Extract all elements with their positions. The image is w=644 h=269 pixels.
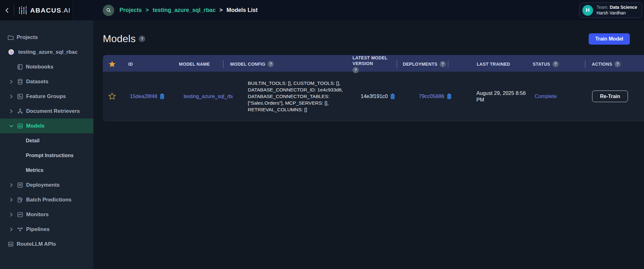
header-latest-model-version[interactable]: LATEST MODEL VERSION ? — [353, 55, 397, 73]
sidebar-item-notebooks[interactable]: Notebooks — [0, 59, 93, 74]
sidebar-item-project-name[interactable]: testing_azure_sql_rbac — [0, 45, 93, 59]
chevron-right-icon — [8, 182, 14, 188]
routellm-icon — [7, 241, 14, 248]
chevron-right-icon — [8, 212, 14, 217]
model-version-text: 14e3f191c0 — [361, 93, 388, 99]
sidebar-item-batch-predictions[interactable]: Batch Predictions — [0, 192, 93, 207]
batch-predictions-icon — [17, 196, 24, 203]
deployments-icon — [17, 182, 24, 189]
sidebar-item-label: Models — [26, 123, 45, 129]
sidebar-item-label: Prompt Instructions — [26, 153, 74, 158]
app-root: ABACUS.AI Projects > testing_azure_sql_r… — [0, 0, 644, 269]
table-header-row: ID MODEL NAME MODEL CONFIG ? LATEST MODE… — [103, 55, 644, 72]
sidebar-subitem-prompt-instructions[interactable]: Prompt Instructions — [0, 148, 93, 163]
breadcrumb-separator: > — [219, 7, 223, 14]
sidebar: Projects testing_azure_sql_rbac Notebook… — [0, 20, 93, 269]
breadcrumb-projects[interactable]: Projects — [119, 7, 142, 14]
back-chevron-icon — [4, 7, 11, 14]
sidebar-item-deployments[interactable]: Deployments — [0, 178, 93, 192]
status-text: Complete — [535, 93, 557, 99]
breadcrumb-separator: > — [146, 7, 149, 14]
breadcrumb: Projects > testing_azure_sql_rbac > Mode… — [119, 7, 258, 14]
breadcrumb-project-name[interactable]: testing_azure_sql_rbac — [153, 7, 216, 14]
user-name: Harsh Vardhan — [597, 11, 637, 15]
sidebar-item-label: Pipelines — [26, 226, 50, 233]
database-icon — [17, 78, 24, 85]
user-menu[interactable]: H Team: Data Science Harsh Vardhan — [579, 3, 642, 18]
sidebar-item-label: Document Retrievers — [26, 108, 80, 114]
header-model-config[interactable]: MODEL CONFIG ? — [223, 55, 353, 73]
sidebar-item-datasets[interactable]: Datasets — [0, 74, 93, 89]
copy-icon[interactable] — [160, 93, 164, 99]
header-status[interactable]: STATUS ? — [533, 55, 585, 73]
sidebar-item-pipelines[interactable]: Pipelines — [0, 222, 93, 237]
help-icon[interactable]: ? — [552, 61, 559, 67]
sidebar-item-label: Feature Groups — [26, 93, 66, 100]
search-button[interactable] — [103, 5, 114, 16]
search-icon — [106, 7, 112, 13]
header-star-cell[interactable] — [103, 55, 128, 73]
sidebar-item-label: RouteLLM APIs — [17, 241, 56, 247]
star-outline-icon — [108, 92, 116, 101]
chevron-right-icon — [8, 79, 14, 85]
help-icon[interactable]: ? — [139, 36, 145, 42]
chevron-right-icon — [8, 108, 14, 114]
header-id[interactable]: ID — [128, 55, 179, 73]
feature-groups-icon — [17, 93, 24, 100]
row-star-cell[interactable] — [103, 92, 128, 101]
cluster-icon — [17, 108, 24, 115]
chevron-right-icon — [8, 94, 14, 99]
header-last-trained[interactable]: LAST TRAINED — [448, 55, 533, 73]
help-icon[interactable]: ? — [353, 67, 359, 73]
last-trained-text: August 29, 2025 8:56 PM — [448, 90, 533, 103]
team-name: Data Science — [610, 5, 637, 10]
header-deployments[interactable]: DEPLOYMENTS ? — [397, 55, 448, 73]
sidebar-item-projects[interactable]: Projects — [0, 30, 93, 45]
model-name-link[interactable]: testing_azure_sql_rbac — [184, 93, 233, 99]
header-actions[interactable]: ACTIONS ? — [585, 55, 644, 73]
help-icon[interactable]: ? — [440, 61, 446, 67]
sidebar-item-label: testing_azure_sql_rbac — [18, 49, 78, 55]
sidebar-subitem-metrics[interactable]: Metrics — [0, 163, 93, 178]
sidebar-subitem-detail[interactable]: Detail — [0, 133, 93, 148]
sidebar-item-label: Detail — [26, 138, 40, 144]
monitors-icon — [17, 211, 24, 218]
retrain-button[interactable]: Re-Train — [592, 91, 628, 102]
abacus-logo-icon — [18, 6, 27, 15]
back-button[interactable] — [0, 7, 14, 14]
notebook-icon — [16, 63, 23, 70]
deployment-id-link[interactable]: 79cc05686 — [419, 93, 444, 99]
help-icon[interactable]: ? — [614, 61, 621, 67]
model-config-text: BUILTIN_TOOLS: [], CUSTOM_TOOLS: [], DAT… — [248, 80, 353, 113]
chevron-down-icon — [8, 123, 14, 129]
sidebar-item-label: Datasets — [26, 79, 48, 85]
page-title: Models — [103, 33, 136, 45]
sidebar-item-routellm-apis[interactable]: RouteLLM APIs — [0, 237, 93, 251]
breadcrumb-area: Projects > testing_azure_sql_rbac > Mode… — [103, 0, 258, 20]
models-table: ID MODEL NAME MODEL CONFIG ? LATEST MODE… — [103, 55, 644, 121]
sidebar-item-document-retrievers[interactable]: Document Retrievers — [0, 104, 93, 118]
copy-icon[interactable] — [390, 93, 395, 99]
logo-section: ABACUS.AI — [0, 0, 73, 20]
breadcrumb-current: Models List — [226, 7, 258, 14]
sidebar-item-models[interactable]: Models — [0, 118, 93, 133]
sidebar-item-label: Projects — [17, 34, 38, 41]
header-model-name[interactable]: MODEL NAME — [179, 55, 223, 73]
models-icon — [17, 123, 24, 129]
team-label: Team: — [597, 5, 608, 10]
topbar: ABACUS.AI Projects > testing_azure_sql_r… — [0, 0, 644, 20]
train-model-button[interactable]: Train Model — [589, 33, 630, 45]
chevron-right-icon — [8, 197, 14, 203]
star-filled-icon — [108, 60, 116, 69]
page-header: Models ? Train Model — [103, 33, 644, 45]
sidebar-item-monitors[interactable]: Monitors — [0, 207, 93, 222]
main-content: Models ? Train Model ID MODEL NAME MODEL… — [93, 20, 644, 269]
avatar: H — [582, 5, 593, 16]
sidebar-item-feature-groups[interactable]: Feature Groups — [0, 89, 93, 104]
brand-logo[interactable]: ABACUS.AI — [18, 6, 70, 15]
sidebar-item-label: Monitors — [26, 211, 49, 218]
pipelines-icon — [17, 226, 24, 233]
help-icon[interactable]: ? — [268, 61, 274, 67]
model-id-link[interactable]: 15dea28f48 — [130, 93, 157, 99]
folder-icon — [7, 34, 14, 41]
